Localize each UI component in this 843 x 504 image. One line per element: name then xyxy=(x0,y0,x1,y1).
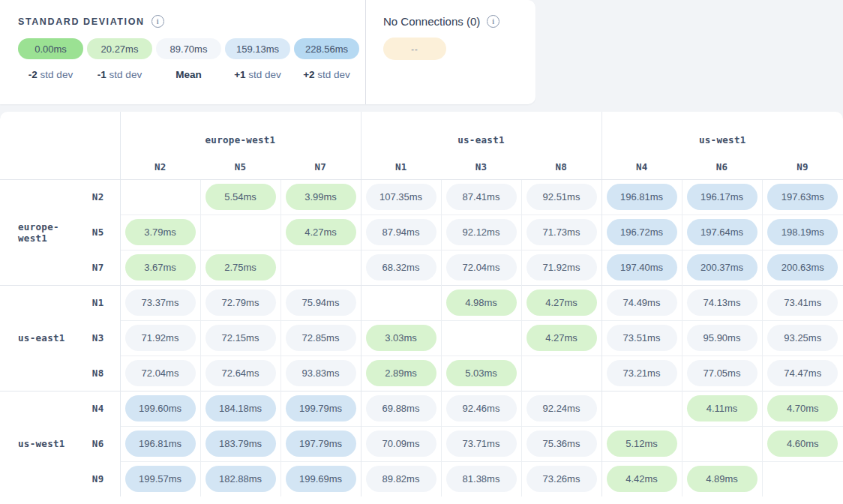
latency-cell xyxy=(682,426,762,461)
matrix-column-headers: europe-west1us-east1us-west1N2N5N7N1N3N8… xyxy=(0,112,843,179)
latency-cell: 73.37ms xyxy=(120,285,200,320)
latency-cell: 87.41ms xyxy=(441,179,521,214)
latency-cell xyxy=(521,356,602,391)
latency-cell: 4.42ms xyxy=(602,461,682,496)
latency-value-pill: 5.54ms xyxy=(206,184,276,210)
latency-value-pill: 95.90ms xyxy=(687,325,758,351)
latency-value-pill: 4.60ms xyxy=(767,430,838,457)
latency-cell: 3.99ms xyxy=(280,179,361,214)
latency-cell: 5.03ms xyxy=(441,356,521,391)
row-header-N1: N1 xyxy=(84,285,120,320)
latency-value-pill: 72.85ms xyxy=(286,325,356,351)
latency-cell: 197.79ms xyxy=(280,426,361,461)
latency-value-pill: 197.79ms xyxy=(286,430,356,457)
latency-value-pill: 183.79ms xyxy=(206,430,276,457)
table-row-N4: us-west1N4199.60ms184.18ms199.79ms69.88m… xyxy=(0,391,843,426)
latency-value-pill: 70.09ms xyxy=(366,430,436,457)
latency-value-pill: 72.79ms xyxy=(206,290,276,316)
latency-cell: 3.03ms xyxy=(361,320,441,356)
latency-value-pill: 4.27ms xyxy=(526,325,597,351)
latency-cell: 74.13ms xyxy=(682,285,762,320)
latency-value-pill: 92.51ms xyxy=(526,184,597,210)
table-row-N9: N9199.57ms182.88ms199.69ms89.82ms81.38ms… xyxy=(0,461,843,496)
table-row-N8: N872.04ms72.64ms93.83ms2.89ms5.03ms73.21… xyxy=(0,356,843,391)
latency-value-pill: 73.21ms xyxy=(607,360,677,386)
column-header-N3: N3 xyxy=(441,155,521,179)
latency-value-pill: 4.42ms xyxy=(607,466,677,492)
column-header-N5: N5 xyxy=(200,155,280,179)
column-header-N8: N8 xyxy=(521,155,602,179)
latency-cell: 70.09ms xyxy=(361,426,441,461)
latency-value-pill: 69.88ms xyxy=(366,395,436,422)
latency-cell: 73.21ms xyxy=(602,356,682,391)
latency-cell: 196.72ms xyxy=(602,214,682,250)
latency-cell: 3.79ms xyxy=(120,214,200,250)
legend-stop-label: -2 std dev xyxy=(18,59,83,80)
latency-cell: 4.89ms xyxy=(682,461,762,496)
info-icon[interactable]: i xyxy=(152,15,164,28)
matrix-body: europe-west1N25.54ms3.99ms107.35ms87.41m… xyxy=(0,179,843,496)
no-connections-legend: No Connections (0) i -- xyxy=(366,0,536,104)
latency-cell: 4.27ms xyxy=(521,285,602,320)
legend-stop-pill: 0.00ms xyxy=(18,38,83,59)
latency-value-pill: 2.89ms xyxy=(366,360,436,386)
latency-cell: 93.83ms xyxy=(280,356,361,391)
latency-cell: 197.40ms xyxy=(602,250,682,285)
latency-value-pill: 4.98ms xyxy=(446,290,517,316)
latency-cell: 71.92ms xyxy=(521,250,602,285)
latency-cell: 4.27ms xyxy=(280,214,361,250)
latency-cell: 95.90ms xyxy=(682,320,762,356)
latency-value-pill: 71.92ms xyxy=(526,254,597,280)
latency-matrix-panel: europe-west1us-east1us-west1N2N5N7N1N3N8… xyxy=(0,112,843,504)
latency-cell: 73.41ms xyxy=(762,285,843,320)
latency-value-pill: 4.70ms xyxy=(767,395,838,422)
latency-value-pill: 73.37ms xyxy=(125,290,196,316)
row-header-N2: N2 xyxy=(84,179,120,214)
row-header-N8: N8 xyxy=(84,356,120,391)
latency-value-pill: 73.26ms xyxy=(526,466,597,492)
latency-cell: 197.64ms xyxy=(682,214,762,250)
row-group-europe-west1: europe-west1 xyxy=(0,179,84,285)
row-header-N5: N5 xyxy=(84,214,120,250)
legend-stop-pill: 228.56ms xyxy=(294,38,359,59)
latency-value-pill: 92.12ms xyxy=(446,219,517,245)
latency-cell: 89.82ms xyxy=(361,461,441,496)
legend-stop-3: 159.13ms xyxy=(225,38,290,59)
latency-cell: 107.35ms xyxy=(361,179,441,214)
latency-value-pill: 182.88ms xyxy=(206,466,276,492)
latency-value-pill: 199.57ms xyxy=(125,466,196,492)
info-icon[interactable]: i xyxy=(487,15,500,28)
latency-cell xyxy=(280,250,361,285)
column-header-N4: N4 xyxy=(602,155,682,179)
column-header-N6: N6 xyxy=(682,155,762,179)
latency-value-pill: 72.15ms xyxy=(206,325,276,351)
latency-value-pill: 74.13ms xyxy=(687,290,758,316)
latency-cell: 92.24ms xyxy=(521,391,602,426)
no-connections-title: No Connections (0) xyxy=(383,15,480,28)
latency-value-pill: 199.69ms xyxy=(286,466,356,492)
latency-value-pill: 4.27ms xyxy=(526,290,597,316)
latency-cell: 182.88ms xyxy=(200,461,280,496)
latency-value-pill: 3.67ms xyxy=(125,254,196,280)
latency-value-pill: 81.38ms xyxy=(446,466,517,492)
latency-cell: 74.49ms xyxy=(602,285,682,320)
latency-cell: 87.94ms xyxy=(361,214,441,250)
latency-cell: 75.36ms xyxy=(521,426,602,461)
latency-value-pill: 5.03ms xyxy=(446,360,517,386)
latency-value-pill: 87.41ms xyxy=(446,184,517,210)
latency-cell xyxy=(602,391,682,426)
latency-cell: 81.38ms xyxy=(441,461,521,496)
latency-value-pill: 68.32ms xyxy=(366,254,436,280)
latency-value-pill: 93.83ms xyxy=(286,360,356,386)
latency-value-pill: 71.73ms xyxy=(526,219,597,245)
latency-value-pill: 3.79ms xyxy=(125,219,196,245)
latency-value-pill: 74.49ms xyxy=(607,290,677,316)
latency-value-pill: 92.24ms xyxy=(526,395,597,422)
legend-stop-label: +2 std dev xyxy=(294,59,359,80)
latency-cell: 2.75ms xyxy=(200,250,280,285)
latency-cell xyxy=(441,320,521,356)
legend-stop-4: 228.56ms xyxy=(294,38,359,59)
column-group-us-west1: us-west1 xyxy=(602,112,843,155)
latency-cell: 4.70ms xyxy=(762,391,843,426)
latency-value-pill: 197.63ms xyxy=(767,184,838,210)
